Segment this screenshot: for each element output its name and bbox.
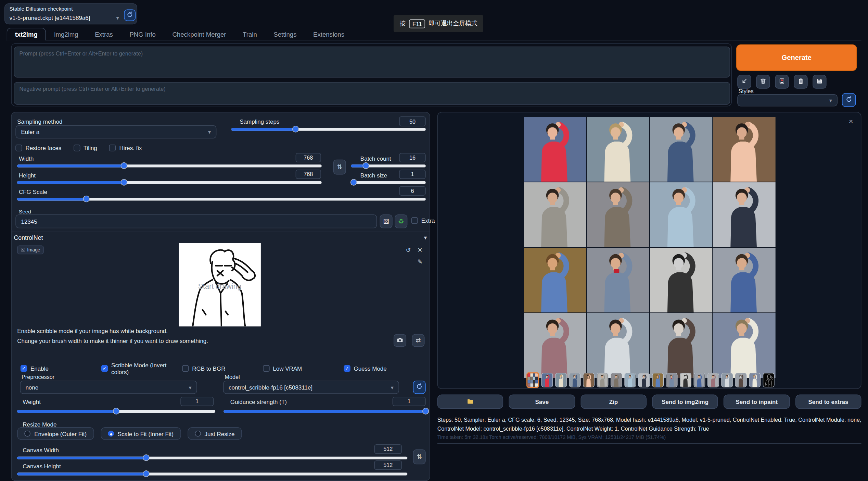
gallery-close-icon[interactable]: × (849, 117, 853, 125)
checkpoint-refresh-button[interactable] (124, 9, 136, 21)
batch-size-slider[interactable] (351, 179, 425, 185)
gallery-image-13[interactable] (524, 313, 586, 378)
thumbnail-4[interactable] (569, 373, 581, 387)
gallery-image-9[interactable] (524, 248, 586, 312)
thumbnail-6[interactable] (597, 373, 608, 387)
send-to-img2img-button[interactable]: Send to img2img (652, 395, 718, 409)
checkbox-rgb-to-bgr[interactable]: RGB to BGR (182, 362, 263, 375)
radio-just-resize[interactable]: Just Resize (187, 427, 242, 440)
checkbox-guess-mode[interactable]: ✓Guess Mode (344, 362, 424, 375)
seed-input[interactable]: 12345 (15, 214, 377, 228)
thumbnail-16[interactable] (735, 373, 747, 387)
height-value[interactable]: 768 (296, 170, 321, 179)
brush-icon[interactable]: ✎ (417, 258, 422, 266)
tab-png-info[interactable]: PNG Info (121, 28, 164, 40)
styles-select[interactable]: ▾ (737, 94, 838, 107)
checkbox-low-vram[interactable]: Low VRAM (263, 362, 344, 375)
batch-count-value[interactable]: 16 (399, 153, 426, 162)
negative-prompt-input[interactable]: Negative prompt (press Ctrl+Enter or Alt… (14, 82, 730, 104)
thumbnail-18-scribble[interactable] (763, 373, 775, 387)
batch-count-slider[interactable] (351, 162, 425, 169)
reuse-seed-button[interactable]: ♻ (395, 214, 407, 228)
preprocessor-select[interactable]: none▾ (20, 381, 197, 394)
gallery-image-6[interactable] (587, 182, 649, 247)
canvas-width-slider[interactable] (17, 454, 407, 461)
seed-extra-checkbox[interactable]: Extra (411, 217, 435, 224)
gallery-image-3[interactable] (650, 117, 713, 182)
model-select[interactable]: control_scribble-fp16 [c508311e]▾ (223, 381, 399, 394)
clear-prompt-button[interactable] (756, 75, 770, 88)
tab-img2img[interactable]: img2img (46, 28, 87, 40)
save-style-button[interactable] (813, 75, 826, 88)
tab-txt2img[interactable]: txt2img (7, 28, 46, 40)
thumbnail-11[interactable] (666, 373, 678, 387)
tab-extras[interactable]: Extras (87, 28, 121, 40)
cfg-scale-value[interactable]: 6 (399, 186, 426, 195)
canvas-height-slider[interactable] (17, 470, 407, 477)
batch-size-value[interactable]: 1 (399, 170, 426, 179)
swap-canvas-button[interactable]: ⇅ (413, 449, 426, 465)
radio-envelope-outer-fit-[interactable]: Envelope (Outer Fit) (17, 427, 94, 440)
gallery-image-2[interactable] (587, 117, 649, 182)
thumbnail-3[interactable] (555, 373, 567, 387)
thumbnail-2[interactable] (541, 373, 553, 387)
gallery-image-12[interactable] (713, 248, 776, 312)
tab-extensions[interactable]: Extensions (305, 28, 353, 40)
tab-train[interactable]: Train (234, 28, 265, 40)
tab-settings[interactable]: Settings (265, 28, 305, 40)
thumbnail-5[interactable] (583, 373, 595, 387)
thumbnail-9[interactable] (638, 373, 650, 387)
checkbox-enable[interactable]: ✓Enable (21, 362, 101, 375)
prompt-input[interactable]: Prompt (press Ctrl+Enter or Alt+Enter to… (14, 47, 730, 78)
height-slider[interactable] (17, 179, 322, 185)
canvas-width-value[interactable]: 512 (374, 444, 402, 454)
sampling-steps-slider[interactable] (231, 126, 426, 132)
send-to-inpaint-button[interactable]: Send to inpaint (724, 395, 790, 409)
swap-dims-button[interactable]: ⇅ (333, 160, 346, 175)
send-to-extras-button[interactable]: Send to extras (795, 395, 861, 409)
tab-checkpoint-merger[interactable]: Checkpoint Merger (164, 28, 234, 40)
open-folder-button[interactable] (437, 395, 503, 409)
apply-style-button[interactable] (794, 75, 807, 88)
radio-scale-to-fit-inner-fit-[interactable]: Scale to Fit (Inner Fit) (101, 427, 181, 440)
controlnet-canvas[interactable]: Start drawing (179, 243, 260, 326)
thumbnail-13[interactable] (693, 373, 705, 387)
thumbnail-1-grid[interactable] (526, 372, 539, 388)
read-params-button[interactable] (737, 75, 751, 88)
gallery-image-11[interactable] (650, 248, 713, 312)
gallery-image-16[interactable] (713, 313, 776, 378)
model-refresh-button[interactable] (413, 381, 426, 394)
controlnet-header[interactable]: ControlNet ▼ (14, 234, 428, 241)
gallery-image-5[interactable] (524, 182, 586, 247)
thumbnail-15[interactable] (721, 373, 733, 387)
weight-value[interactable]: 1 (180, 397, 214, 406)
guidance-strength-value[interactable]: 1 (393, 397, 426, 406)
checkbox-hires-fix[interactable]: Hires. fix (109, 145, 142, 151)
mirror-button[interactable]: ⇄ (412, 334, 424, 347)
sampling-method-select[interactable]: Euler a▾ (15, 125, 216, 139)
checkbox-scribble-mode-invert-colors-[interactable]: ✓Scribble Mode (Invert colors) (101, 362, 182, 375)
thumbnail-10[interactable] (652, 373, 664, 387)
gallery-image-7[interactable] (650, 182, 713, 247)
extra-networks-button[interactable] (775, 75, 789, 88)
gallery-main-image[interactable] (524, 117, 776, 369)
thumbnail-14[interactable] (707, 373, 719, 387)
checkbox-tiling[interactable]: Tiling (74, 145, 97, 151)
cfg-scale-slider[interactable] (17, 196, 426, 202)
generate-button[interactable]: Generate (736, 44, 857, 71)
thumbnail-12[interactable] (680, 373, 691, 387)
gallery-image-15[interactable] (650, 313, 713, 378)
save-button[interactable]: Save (509, 395, 575, 409)
controlnet-image-tab[interactable]: Image (17, 245, 43, 254)
close-icon[interactable]: ✕ (417, 247, 422, 254)
thumbnail-17[interactable] (749, 373, 761, 387)
checkbox-restore-faces[interactable]: Restore faces (15, 145, 61, 151)
width-value[interactable]: 768 (296, 153, 321, 162)
undo-icon[interactable]: ↺ (406, 247, 411, 254)
canvas-height-value[interactable]: 512 (374, 460, 402, 470)
sampling-steps-value[interactable]: 50 (399, 116, 426, 126)
zip-button[interactable]: Zip (580, 395, 647, 409)
weight-slider[interactable] (17, 408, 215, 414)
width-slider[interactable] (17, 162, 322, 169)
webcam-button[interactable] (394, 334, 406, 347)
